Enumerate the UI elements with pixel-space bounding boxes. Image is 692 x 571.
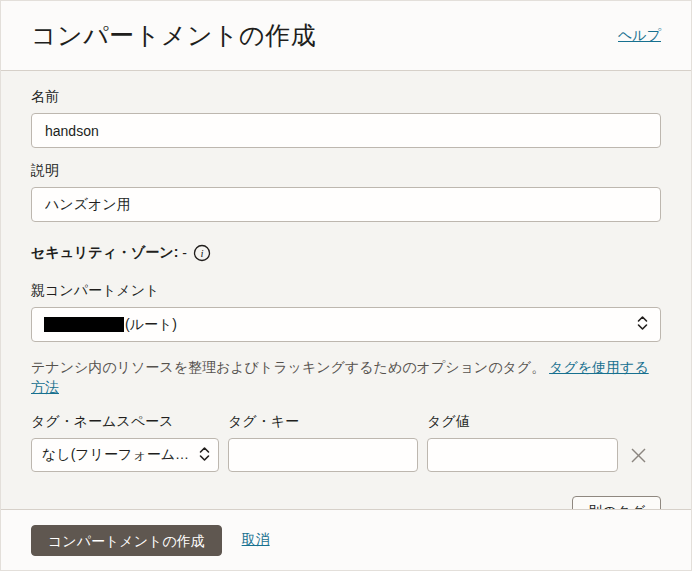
description-input[interactable] [31, 187, 661, 222]
tag-key-input[interactable] [228, 438, 418, 472]
chevron-updown-icon [199, 446, 210, 465]
another-tag-row: 別のタグ [31, 496, 661, 510]
cancel-link[interactable]: 取消 [242, 531, 270, 549]
security-zone-value: - [182, 245, 187, 261]
tag-value-label: タグ値 [427, 413, 618, 431]
security-zone-line: セキュリティ・ゾーン: - i [31, 244, 661, 262]
page-title: コンパートメントの作成 [31, 19, 316, 52]
parent-compartment-value: (ルート) [44, 316, 629, 334]
tag-namespace-value: なし(フリーフォーム・ ... [42, 446, 191, 464]
create-compartment-dialog: コンパートメントの作成 ヘルプ 名前 説明 セキュリティ・ゾーン: - i 親コ… [0, 0, 692, 571]
tag-row: タグ・ネームスペース なし(フリーフォーム・ ... タグ・キー タグ値 [31, 413, 661, 472]
parent-compartment-label: 親コンパートメント [31, 282, 661, 300]
tag-value-input[interactable] [427, 438, 618, 472]
svg-text:i: i [200, 247, 203, 259]
dialog-header: コンパートメントの作成 ヘルプ [1, 1, 691, 71]
another-tag-button[interactable]: 別のタグ [572, 496, 661, 510]
tag-namespace-label: タグ・ネームスペース [31, 413, 219, 431]
tags-hint: テナンシ内のリソースを整理およびトラッキングするためのオプションのタグ。 タグを… [31, 358, 661, 397]
tag-key-col: タグ・キー [228, 413, 418, 472]
tag-namespace-col: タグ・ネームスペース なし(フリーフォーム・ ... [31, 413, 219, 472]
name-label: 名前 [31, 88, 661, 106]
remove-tag-button[interactable] [624, 438, 652, 472]
parent-compartment-select[interactable]: (ルート) [31, 307, 661, 342]
tag-value-col: タグ値 [427, 413, 618, 472]
create-compartment-button[interactable]: コンパートメントの作成 [31, 525, 222, 556]
tag-namespace-select[interactable]: なし(フリーフォーム・ ... [31, 438, 219, 472]
dialog-body: 名前 説明 セキュリティ・ゾーン: - i 親コンパートメント (ルート) [1, 71, 691, 510]
description-label: 説明 [31, 162, 661, 180]
info-icon[interactable]: i [193, 244, 211, 262]
close-icon [630, 447, 647, 464]
security-zone-label: セキュリティ・ゾーン: [31, 244, 178, 262]
name-input[interactable] [31, 113, 661, 148]
tag-key-label: タグ・キー [228, 413, 418, 431]
dialog-footer: コンパートメントの作成 取消 [1, 510, 691, 570]
chevron-updown-icon [637, 315, 648, 334]
help-link[interactable]: ヘルプ [618, 27, 661, 45]
redacted-tenancy-name [44, 317, 124, 332]
tags-hint-text: テナンシ内のリソースを整理およびトラッキングするためのオプションのタグ。 [31, 359, 549, 375]
